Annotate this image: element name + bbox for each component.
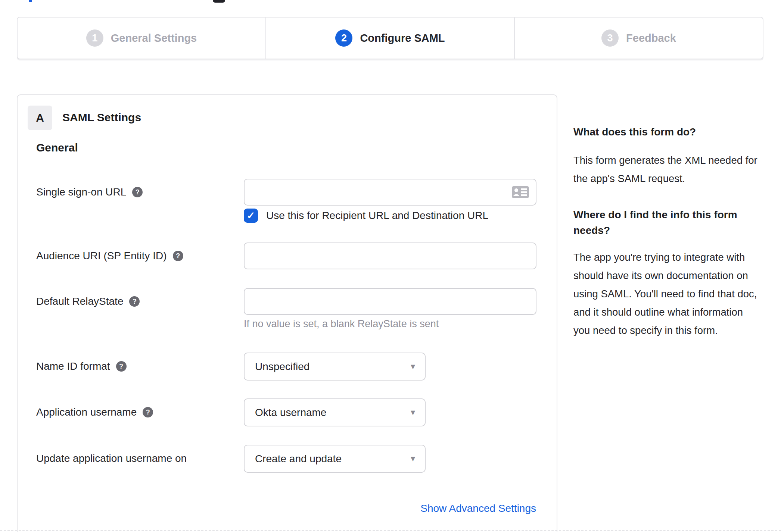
update-username-label-row: Update application username on	[36, 450, 187, 467]
bottom-crop-divider	[0, 531, 781, 531]
recipient-url-checkbox-row: ✓ Use this for Recipient URL and Destina…	[244, 209, 488, 223]
app-username-caret-icon: ▾	[411, 407, 415, 417]
help-sidebar: What does this form do? This form genera…	[573, 124, 761, 339]
app-username-help-icon[interactable]: ?	[143, 407, 153, 417]
audience-uri-input[interactable]	[244, 242, 536, 269]
step-feedback[interactable]: 3 Feedback	[515, 18, 763, 59]
configure-saml-page: 1 General Settings 2 Configure SAML 3 Fe…	[0, 0, 781, 532]
relaystate-help-icon[interactable]: ?	[129, 296, 140, 307]
autofill-contact-card-icon	[512, 186, 529, 198]
relaystate-hint: If no value is set, a blank RelayState i…	[244, 318, 439, 330]
nameid-label: Name ID format	[36, 360, 110, 372]
nameid-select[interactable]: Unspecified ▾	[244, 353, 426, 381]
clipped-blue-tab-indicator	[29, 0, 32, 2]
step-2-number-badge: 2	[335, 29, 352, 47]
recipient-url-checkbox-label[interactable]: Use this for Recipient URL and Destinati…	[266, 210, 488, 222]
app-username-selected-value: Okta username	[255, 407, 326, 419]
sidebar-answer-2: The app you're trying to integrate with …	[573, 248, 761, 339]
sidebar-question-2: Where do I find the info this form needs…	[573, 207, 761, 238]
sso-url-input[interactable]	[244, 179, 536, 206]
show-advanced-settings-link[interactable]: Show Advanced Settings	[420, 503, 536, 514]
step-2-label: Configure SAML	[360, 32, 445, 44]
app-username-label-row: Application username ?	[36, 404, 153, 420]
sso-url-label: Single sign-on URL	[36, 186, 126, 198]
wizard-stepper: 1 General Settings 2 Configure SAML 3 Fe…	[17, 17, 763, 59]
sso-url-input-wrap	[244, 179, 536, 206]
panel-title: SAML Settings	[62, 111, 141, 124]
nameid-caret-icon: ▾	[411, 361, 415, 372]
sidebar-answer-1: This form generates the XML needed for t…	[573, 151, 761, 188]
update-username-select[interactable]: Create and update ▾	[244, 445, 426, 473]
relaystate-label: Default RelayState	[36, 295, 123, 307]
nameid-selected-value: Unspecified	[255, 361, 309, 373]
nameid-label-row: Name ID format ?	[36, 358, 127, 375]
relaystate-label-row: Default RelayState ?	[36, 293, 140, 310]
update-username-selected-value: Create and update	[255, 453, 342, 465]
clipped-dark-icon	[213, 0, 225, 3]
audience-uri-label-row: Audience URI (SP Entity ID) ?	[36, 248, 183, 264]
update-username-caret-icon: ▾	[411, 453, 415, 464]
step-3-number-badge: 3	[601, 29, 619, 47]
sso-url-label-row: Single sign-on URL ?	[36, 184, 143, 200]
app-username-select[interactable]: Okta username ▾	[244, 398, 426, 426]
recipient-url-checkbox[interactable]: ✓	[244, 209, 258, 223]
step-1-label: General Settings	[111, 32, 197, 44]
step-general-settings[interactable]: 1 General Settings	[18, 18, 266, 59]
step-configure-saml[interactable]: 2 Configure SAML	[266, 18, 515, 59]
section-a-badge: A	[28, 106, 52, 130]
sso-url-help-icon[interactable]: ?	[132, 187, 143, 197]
saml-settings-panel: A SAML Settings General Single sign-on U…	[17, 94, 557, 532]
step-3-label: Feedback	[626, 32, 676, 44]
audience-uri-help-icon[interactable]: ?	[173, 251, 183, 261]
update-username-label: Update application username on	[36, 453, 187, 464]
app-username-label: Application username	[36, 406, 137, 418]
audience-uri-label: Audience URI (SP Entity ID)	[36, 250, 167, 262]
step-1-number-badge: 1	[86, 29, 103, 47]
general-section-heading: General	[36, 141, 78, 154]
relaystate-input[interactable]	[244, 288, 536, 315]
nameid-help-icon[interactable]: ?	[116, 361, 127, 372]
sidebar-question-1: What does this form do?	[573, 124, 761, 140]
